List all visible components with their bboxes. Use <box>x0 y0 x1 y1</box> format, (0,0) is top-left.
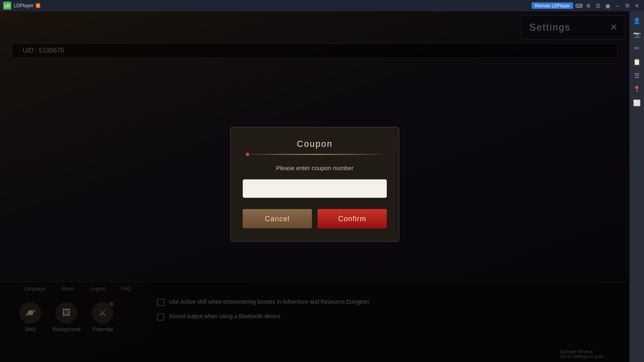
coupon-buttons: Cancel Confirm <box>243 209 387 228</box>
remote-ldplayer-button[interactable]: Remote LDPlayer <box>532 2 573 9</box>
sidebar-icon-square[interactable]: ⬜ <box>630 97 643 109</box>
cancel-button[interactable]: Cancel <box>243 209 312 228</box>
menu-icon[interactable]: ☰ <box>594 2 602 10</box>
sidebar-icon-person[interactable]: 👤 <box>630 14 643 27</box>
right-sidebar: 👤 📷 ✂ 📋 ☰ 📍 ⬜ <box>630 11 644 362</box>
coupon-divider-dot <box>246 153 249 156</box>
sidebar-icon-pin[interactable]: 📍 <box>630 83 643 96</box>
title-bar-left: LD LDPlayer 9 <box>3 2 40 10</box>
sidebar-icon-menu[interactable]: ☰ <box>630 69 643 82</box>
confirm-button[interactable]: Confirm <box>318 209 387 228</box>
sidebar-icon-camera[interactable]: 📷 <box>630 28 643 41</box>
close-icon[interactable]: ✕ <box>633 2 641 10</box>
coupon-dialog: Coupon Please enter coupon number Cancel… <box>230 127 399 242</box>
main-content: Settings ✕ · UID : 5190676 Coupon Please… <box>0 11 630 362</box>
coupon-divider <box>243 154 387 155</box>
app-name: LDPlayer <box>14 3 33 8</box>
sidebar-icon-clipboard[interactable]: 📋 <box>630 56 643 68</box>
restore-icon[interactable]: ⧉ <box>623 2 631 10</box>
square-icon[interactable]: ▣ <box>604 2 612 10</box>
version-badge: 9 <box>36 3 40 8</box>
coupon-subtitle: Please enter coupon number <box>243 165 387 171</box>
keyboard-icon[interactable]: ⌨ <box>575 2 583 10</box>
minimize-icon[interactable]: ─ <box>613 2 621 10</box>
app-logo: LD <box>3 2 11 10</box>
sidebar-icon-scissors[interactable]: ✂ <box>630 42 643 55</box>
title-bar-right: Remote LDPlayer ⌨ ⚙ ☰ ▣ ─ ⧉ ✕ <box>532 2 641 10</box>
title-bar: LD LDPlayer 9 Remote LDPlayer ⌨ ⚙ ☰ ▣ ─ … <box>0 0 644 11</box>
coupon-title: Coupon <box>243 139 387 149</box>
coupon-input[interactable] <box>243 179 387 198</box>
settings-icon[interactable]: ⚙ <box>584 2 592 10</box>
